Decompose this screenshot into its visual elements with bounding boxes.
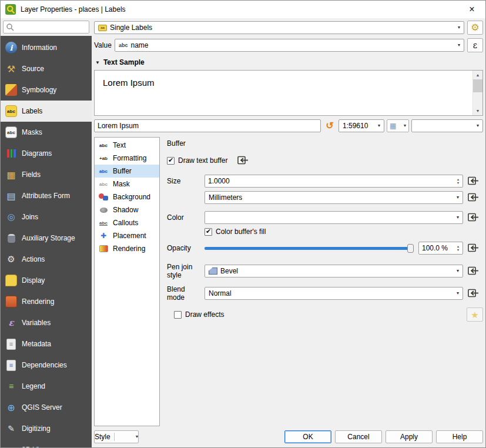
data-defined-override-button[interactable]: [466, 242, 480, 254]
tab-formatting[interactable]: Formatting: [95, 152, 159, 165]
map-settings-button[interactable]: [387, 119, 409, 132]
search-input[interactable]: [3, 21, 89, 34]
close-button[interactable]: ×: [458, 1, 485, 18]
sidebar-item-auxiliary-storage[interactable]: Auxiliary Storage: [1, 228, 92, 249]
preview-background-select[interactable]: [411, 119, 483, 132]
scroll-down-icon[interactable]: [473, 106, 482, 115]
sidebar-list: InformationSourceSymbologyLabelsMasksDia…: [1, 36, 92, 447]
sidebar-item-label: Source: [22, 65, 44, 73]
size-units-select[interactable]: Millimeters: [205, 191, 463, 204]
tab-rendering[interactable]: Rendering: [95, 242, 159, 255]
chevron-down-icon: [457, 291, 459, 296]
tab-text[interactable]: Text: [95, 139, 159, 152]
apply-button[interactable]: Apply: [386, 430, 433, 443]
sidebar-item-diagrams[interactable]: Diagrams: [1, 143, 92, 164]
sidebar-item-source[interactable]: Source: [1, 58, 92, 79]
sidebar-item-label: Attributes Form: [22, 192, 70, 200]
sidebar-item-label: Diagrams: [22, 149, 52, 158]
collapse-triangle-icon[interactable]: [95, 60, 100, 65]
tab-placement[interactable]: Placement: [95, 229, 159, 242]
chevron-down-icon: [457, 195, 459, 200]
scroll-up-icon[interactable]: [473, 71, 482, 79]
sidebar-item-information[interactable]: Information: [1, 37, 92, 58]
tab-shadow[interactable]: Shadow: [95, 203, 159, 216]
color-buffers-fill-label: Color buffer's fill: [216, 228, 266, 236]
tab-buffer[interactable]: Buffer: [95, 165, 159, 178]
sample-text-input[interactable]: [94, 119, 321, 132]
sidebar-item-label: Display: [22, 276, 45, 285]
spinner-arrows-icon[interactable]: [454, 242, 462, 254]
chevron-down-icon: [458, 25, 460, 30]
sidebar-item-qgis-server[interactable]: QGIS Server: [1, 397, 92, 418]
data-defined-override-button[interactable]: [466, 192, 480, 203]
data-defined-override-button[interactable]: [466, 175, 480, 187]
tab-background[interactable]: Background: [95, 190, 159, 203]
sidebar-item-symbology[interactable]: Symbology: [1, 79, 92, 101]
sidebar-item-digitizing[interactable]: Digitizing: [1, 418, 92, 439]
scroll-thumb[interactable]: [473, 79, 482, 92]
sidebar-item-actions[interactable]: Actions: [1, 249, 92, 270]
tab-mask[interactable]: Mask: [95, 178, 159, 190]
window-title: Layer Properties - places | Labels: [21, 5, 126, 14]
effects-customize-button[interactable]: [467, 307, 483, 322]
sidebar-item-rendering[interactable]: Rendering: [1, 291, 92, 312]
draw-text-buffer-checkbox[interactable]: [167, 157, 175, 165]
tab-label: Rendering: [113, 245, 145, 253]
data-defined-override-button[interactable]: [236, 155, 250, 166]
preview-scrollbar[interactable]: [472, 71, 482, 115]
opacity-spinbox[interactable]: 100.0 %: [418, 242, 463, 255]
sidebar-item-attributes-form[interactable]: Attributes Form: [1, 185, 92, 206]
single-labels-icon: [98, 25, 107, 31]
blend-mode-select[interactable]: Normal: [205, 287, 463, 300]
buffer-size-spinbox[interactable]: 1.0000: [205, 175, 463, 188]
draw-effects-checkbox[interactable]: [174, 311, 182, 319]
buffer-color-picker[interactable]: [205, 211, 463, 224]
sidebar-item-dependencies[interactable]: Dependencies: [1, 355, 92, 376]
sidebar-item-display[interactable]: Display: [1, 270, 92, 291]
data-defined-override-button[interactable]: [466, 265, 480, 277]
sidebar-item-masks[interactable]: Masks: [1, 122, 92, 143]
value-field-select[interactable]: abc name: [115, 39, 464, 52]
qgis-logo-icon: [5, 4, 16, 15]
background-tab-icon: [96, 192, 110, 202]
sidebar-item-label: 3D View: [22, 446, 48, 447]
spinner-arrows-icon[interactable]: [454, 175, 462, 187]
dialog-footer: Style OK Cancel Apply Help: [94, 429, 483, 447]
opacity-label: Opacity: [167, 244, 205, 252]
rendering-icon: [5, 296, 17, 307]
sidebar-item-legend[interactable]: Legend: [1, 376, 92, 397]
sidebar-item-metadata[interactable]: Metadata: [1, 333, 92, 355]
color-buffers-fill-checkbox[interactable]: [205, 228, 212, 236]
scale-select[interactable]: 1:59610: [338, 119, 384, 132]
slider-handle[interactable]: [407, 244, 414, 253]
reset-sample-button[interactable]: [323, 119, 336, 132]
sidebar-item-label: Digitizing: [22, 424, 51, 433]
sidebar-item-label: Auxiliary Storage: [22, 234, 75, 242]
placement-tab-icon: [96, 230, 110, 241]
sidebar-item-variables[interactable]: Variables: [1, 312, 92, 333]
data-defined-override-button[interactable]: [466, 212, 480, 223]
data-defined-override-button[interactable]: [466, 287, 480, 299]
expression-builder-button[interactable]: ε: [467, 38, 483, 52]
actions-icon: [5, 253, 17, 265]
style-menu-button[interactable]: Style: [94, 430, 139, 443]
map-preview-icon: [390, 122, 396, 129]
sidebar-item-labels[interactable]: Labels: [1, 101, 92, 122]
tab-callouts[interactable]: Callouts: [95, 216, 159, 229]
cancel-button[interactable]: Cancel: [335, 430, 382, 443]
label-mode-select[interactable]: Single Labels: [94, 21, 464, 34]
automated-placement-settings-button[interactable]: [467, 21, 483, 35]
epsilon-icon: ε: [473, 41, 477, 50]
sidebar-item-fields[interactable]: Fields: [1, 164, 92, 185]
sidebar-item-3d-view[interactable]: 3D View: [1, 439, 92, 447]
source-icon: [5, 63, 17, 75]
pen-join-style-value: Bevel: [220, 267, 238, 275]
ok-button[interactable]: OK: [284, 430, 331, 443]
pen-join-style-select[interactable]: Bevel: [205, 265, 463, 278]
blend-mode-label: Blend mode: [167, 285, 205, 302]
opacity-slider[interactable]: [205, 242, 414, 254]
help-button[interactable]: Help: [436, 430, 483, 443]
button-divider: [114, 433, 115, 441]
sidebar-item-joins[interactable]: Joins: [1, 206, 92, 228]
pen-join-style-label: Pen join style: [167, 263, 205, 279]
